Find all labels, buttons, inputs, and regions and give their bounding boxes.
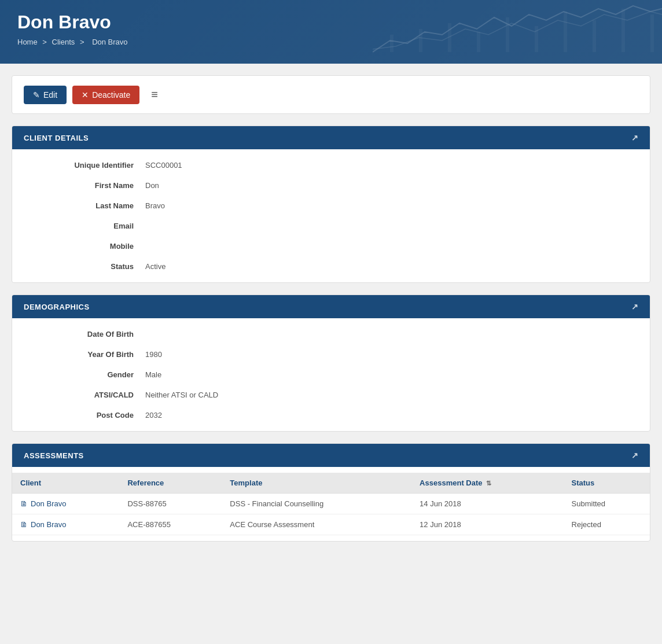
detail-row-last-name: Last Name Bravo (12, 196, 650, 216)
table-row: 🗎 Don Bravo DSS-88765 DSS - Financial Co… (12, 494, 650, 514)
demographics-section: DEMOGRAPHICS ↗ Date Of Birth Year Of Bir… (12, 295, 650, 432)
breadcrumb-current: Don Bravo (92, 38, 127, 46)
page-title: Don Bravo (17, 12, 645, 33)
client-details-expand-icon[interactable]: ↗ (631, 133, 639, 142)
main-content: ✎ Edit ✕ Deactivate ≡ CLIENT DETAILS ↗ U… (0, 64, 662, 565)
toolbar: ✎ Edit ✕ Deactivate ≡ (12, 75, 650, 114)
detail-row-status: Status Active (12, 256, 650, 277)
demographics-header: DEMOGRAPHICS ↗ (12, 295, 650, 318)
cell-template-1: DSS - Financial Counselling (222, 494, 411, 514)
table-header-row: Client Reference Template Assessment Dat… (12, 473, 650, 494)
client-link-1[interactable]: 🗎 Don Bravo (20, 499, 111, 508)
detail-row-mobile: Mobile (12, 236, 650, 256)
cell-reference-1: DSS-88765 (119, 494, 222, 514)
breadcrumb: Home > Clients > Don Bravo (17, 38, 645, 46)
demographics-expand-icon[interactable]: ↗ (631, 302, 639, 311)
detail-row-yob: Year Of Birth 1980 (12, 344, 650, 365)
assessments-header: ASSESSMENTS ↗ (12, 444, 650, 467)
client-details-section: CLIENT DETAILS ↗ Unique Identifier SCC00… (12, 126, 650, 283)
detail-row-dob: Date Of Birth (12, 324, 650, 344)
breadcrumb-clients[interactable]: Clients (52, 38, 75, 46)
demographics-title: DEMOGRAPHICS (24, 303, 90, 311)
cell-date-2: 12 Jun 2018 (411, 514, 563, 535)
cell-status-1: Submitted (564, 494, 650, 514)
cell-client-2: 🗎 Don Bravo (12, 514, 119, 535)
client-details-title: CLIENT DETAILS (24, 134, 89, 142)
detail-row-unique-identifier: Unique Identifier SCC00001 (12, 155, 650, 175)
assessments-expand-icon[interactable]: ↗ (631, 451, 639, 460)
col-status: Status (564, 473, 650, 494)
client-details-header: CLIENT DETAILS ↗ (12, 126, 650, 149)
cell-client-1: 🗎 Don Bravo (12, 494, 119, 514)
edit-button[interactable]: ✎ Edit (24, 86, 67, 104)
cell-status-2: Rejected (564, 514, 650, 535)
deactivate-button[interactable]: ✕ Deactivate (72, 86, 139, 104)
pencil-icon: ✎ (33, 90, 40, 100)
hamburger-icon: ≡ (151, 88, 158, 101)
page-header: Don Bravo Home > Clients > Don Bravo (0, 0, 662, 64)
assessments-section: ASSESSMENTS ↗ Client Reference Template (12, 443, 650, 542)
col-client: Client (12, 473, 119, 494)
client-link-2[interactable]: 🗎 Don Bravo (20, 520, 111, 529)
detail-row-email: Email (12, 216, 650, 236)
cell-date-1: 14 Jun 2018 (411, 494, 563, 514)
sort-icon: ⇅ (486, 480, 491, 487)
client-details-body: Unique Identifier SCC00001 First Name Do… (12, 149, 650, 282)
document-icon-1: 🗎 (20, 499, 28, 508)
assessments-table-container: Client Reference Template Assessment Dat… (12, 467, 650, 541)
document-icon-2: 🗎 (20, 520, 28, 529)
cell-template-2: ACE Course Assessment (222, 514, 411, 535)
col-template: Template (222, 473, 411, 494)
detail-row-postcode: Post Code 2032 (12, 405, 650, 425)
svg-rect-9 (650, 14, 654, 52)
assessments-title: ASSESSMENTS (24, 451, 84, 460)
demographics-body: Date Of Birth Year Of Birth 1980 Gender … (12, 318, 650, 431)
menu-button[interactable]: ≡ (145, 84, 164, 105)
col-reference: Reference (119, 473, 222, 494)
cell-reference-2: ACE-887655 (119, 514, 222, 535)
detail-row-gender: Gender Male (12, 365, 650, 385)
times-icon: ✕ (82, 90, 89, 100)
table-row: 🗎 Don Bravo ACE-887655 ACE Course Assess… (12, 514, 650, 535)
detail-row-atsi: ATSI/CALD Neither ATSI or CALD (12, 385, 650, 405)
detail-row-first-name: First Name Don (12, 175, 650, 196)
breadcrumb-home[interactable]: Home (17, 38, 38, 46)
col-assessment-date[interactable]: Assessment Date ⇅ (411, 473, 563, 494)
assessments-table: Client Reference Template Assessment Dat… (12, 473, 650, 535)
